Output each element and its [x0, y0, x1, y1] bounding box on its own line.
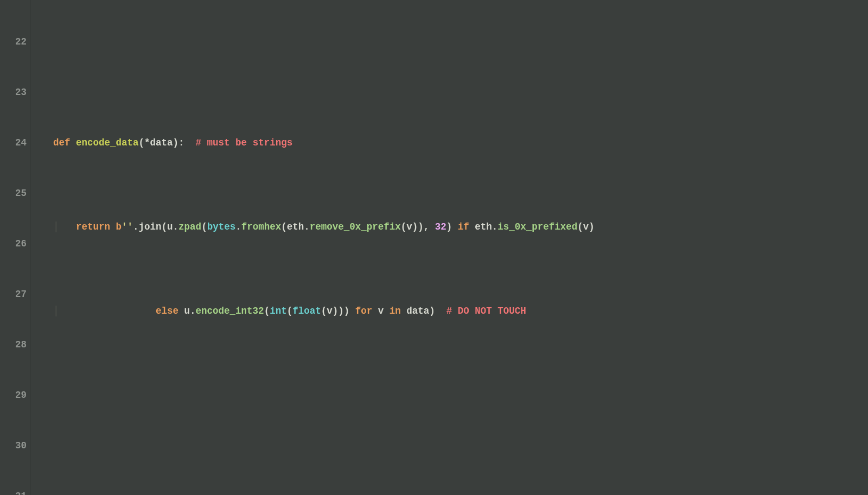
code-editor[interactable]: 22 23 24 25 26 27 28 29 30 31 32 33 34 3…: [0, 0, 868, 495]
keyword-else: else: [156, 306, 178, 316]
number: 32: [435, 221, 446, 232]
line-number: 24: [0, 135, 27, 151]
line-number: 31: [0, 488, 27, 495]
call: is_0x_prefixed: [497, 221, 577, 232]
builtin: int: [270, 306, 287, 316]
token: (eth.: [281, 221, 310, 232]
fn-name: encode_data: [76, 137, 139, 148]
line-number: 28: [0, 337, 27, 353]
line-number: 26: [0, 236, 27, 252]
token: data): [401, 306, 446, 316]
token: v: [372, 306, 390, 316]
token: (v))): [321, 306, 355, 316]
code-line[interactable]: def encode_data(*data): # must be string…: [30, 135, 868, 151]
comment: # must be strings: [196, 137, 293, 148]
token: (v)),: [401, 221, 435, 232]
bytes-prefix: b: [116, 221, 122, 232]
code-line[interactable]: [30, 50, 868, 67]
line-number: 25: [0, 185, 27, 202]
code-line[interactable]: [30, 387, 868, 404]
token: eth.: [469, 221, 498, 232]
keyword-return: return: [76, 221, 110, 232]
punct: (: [201, 221, 207, 232]
token: u.: [178, 306, 196, 316]
line-number: 30: [0, 437, 27, 454]
params: (*data):: [139, 137, 184, 148]
code-line[interactable]: │ else u.encode_int32(int(float(v))) for…: [30, 303, 868, 320]
line-number: 29: [0, 387, 27, 404]
punct: (: [287, 306, 293, 316]
keyword-def: def: [53, 137, 71, 148]
keyword-if: if: [458, 221, 469, 232]
punct: ): [446, 221, 458, 232]
call: fromhex: [241, 221, 282, 232]
token: (v): [577, 221, 595, 232]
keyword-for: for: [355, 306, 373, 316]
call: zpad: [178, 221, 201, 232]
token: .join(u.: [133, 221, 178, 232]
call: remove_0x_prefix: [310, 221, 401, 232]
call: encode_int32: [196, 306, 264, 316]
line-number: 22: [0, 34, 27, 50]
line-number-gutter: 22 23 24 25 26 27 28 29 30 31 32 33 34 3…: [0, 0, 30, 495]
code-line[interactable]: │ return b''.join(u.zpad(bytes.fromhex(e…: [30, 219, 868, 236]
punct: (: [264, 306, 270, 316]
line-number: 27: [0, 286, 27, 303]
line-number: 23: [0, 84, 27, 101]
comment: # DO NOT TOUCH: [446, 306, 526, 316]
builtin: bytes: [207, 221, 236, 232]
code-area[interactable]: def encode_data(*data): # must be string…: [30, 0, 868, 495]
string: '': [122, 221, 133, 232]
keyword-in: in: [390, 306, 401, 316]
code-line[interactable]: [30, 437, 868, 454]
punct: .: [235, 221, 241, 232]
builtin: float: [292, 306, 321, 316]
